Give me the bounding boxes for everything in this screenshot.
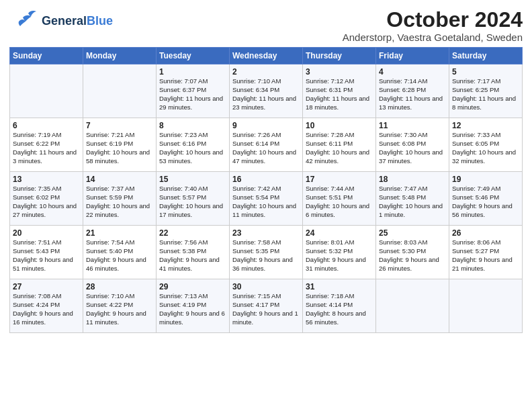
page-title: October 2024 (343, 8, 523, 32)
cell-info: Sunrise: 8:01 AMSunset: 5:32 PMDaylight:… (306, 238, 373, 273)
day-number: 28 (86, 282, 153, 291)
calendar-cell: 6Sunrise: 7:19 AMSunset: 6:22 PMDaylight… (10, 118, 83, 172)
cell-info: Sunrise: 7:08 AMSunset: 4:24 PMDaylight:… (13, 292, 80, 326)
cell-info: Sunrise: 7:13 AMSunset: 4:19 PMDaylight:… (159, 292, 226, 326)
cell-info: Sunrise: 7:56 AMSunset: 5:38 PMDaylight:… (159, 238, 226, 273)
cell-info: Sunrise: 7:26 AMSunset: 6:14 PMDaylight:… (232, 131, 300, 165)
day-number: 3 (306, 67, 373, 77)
day-number: 8 (159, 121, 226, 130)
calendar-cell: 1Sunrise: 7:07 AMSunset: 6:37 PMDaylight… (157, 64, 230, 118)
cell-info: Sunrise: 7:19 AMSunset: 6:22 PMDaylight:… (13, 131, 80, 165)
calendar-cell: 17Sunrise: 7:44 AMSunset: 5:51 PMDayligh… (303, 172, 376, 226)
calendar-week-row: 1Sunrise: 7:07 AMSunset: 6:37 PMDaylight… (10, 64, 523, 118)
calendar-cell (376, 279, 449, 333)
calendar-cell: 12Sunrise: 7:33 AMSunset: 6:05 PMDayligh… (449, 118, 523, 172)
weekday-header: Thursday (303, 48, 376, 64)
calendar-cell: 14Sunrise: 7:37 AMSunset: 5:59 PMDayligh… (83, 172, 157, 226)
day-number: 22 (159, 228, 226, 238)
cell-info: Sunrise: 7:54 AMSunset: 5:40 PMDaylight:… (86, 238, 153, 273)
calendar-cell: 11Sunrise: 7:30 AMSunset: 6:08 PMDayligh… (376, 118, 449, 172)
calendar-cell: 30Sunrise: 7:15 AMSunset: 4:17 PMDayligh… (230, 279, 303, 333)
cell-info: Sunrise: 7:30 AMSunset: 6:08 PMDaylight:… (379, 131, 446, 165)
day-number: 30 (232, 282, 300, 291)
day-number: 31 (306, 282, 373, 291)
calendar-cell: 5Sunrise: 7:17 AMSunset: 6:25 PMDaylight… (449, 64, 523, 118)
day-number: 12 (452, 121, 519, 130)
weekday-header: Friday (376, 48, 449, 64)
day-number: 4 (379, 67, 446, 77)
cell-info: Sunrise: 7:37 AMSunset: 5:59 PMDaylight:… (86, 185, 153, 219)
day-number: 19 (452, 175, 519, 184)
logo-blue: Blue (87, 14, 113, 28)
logo-wordmark: GeneralBlue (42, 15, 113, 27)
calendar-cell (10, 64, 83, 118)
calendar-week-row: 27Sunrise: 7:08 AMSunset: 4:24 PMDayligh… (10, 279, 523, 333)
day-number: 23 (232, 228, 300, 238)
calendar-cell: 19Sunrise: 7:49 AMSunset: 5:46 PMDayligh… (449, 172, 523, 226)
cell-info: Sunrise: 7:42 AMSunset: 5:54 PMDaylight:… (232, 185, 300, 219)
calendar-cell: 29Sunrise: 7:13 AMSunset: 4:19 PMDayligh… (157, 279, 230, 333)
cell-info: Sunrise: 7:33 AMSunset: 6:05 PMDaylight:… (452, 131, 519, 165)
day-number: 18 (379, 175, 446, 184)
calendar-cell: 20Sunrise: 7:51 AMSunset: 5:43 PMDayligh… (10, 226, 83, 279)
calendar-cell: 27Sunrise: 7:08 AMSunset: 4:24 PMDayligh… (10, 279, 83, 333)
weekday-header: Saturday (449, 48, 523, 64)
cell-info: Sunrise: 7:18 AMSunset: 4:14 PMDaylight:… (306, 292, 373, 326)
day-number: 10 (306, 121, 373, 130)
cell-info: Sunrise: 7:14 AMSunset: 6:28 PMDaylight:… (379, 77, 446, 111)
cell-info: Sunrise: 7:21 AMSunset: 6:19 PMDaylight:… (86, 131, 153, 165)
calendar-cell: 3Sunrise: 7:12 AMSunset: 6:31 PMDaylight… (303, 64, 376, 118)
page-subtitle: Anderstorp, Vaestra Goetaland, Sweden (343, 32, 523, 43)
title-block: October 2024 Anderstorp, Vaestra Goetala… (343, 8, 523, 43)
weekday-header: Wednesday (230, 48, 303, 64)
cell-info: Sunrise: 8:06 AMSunset: 5:27 PMDaylight:… (452, 238, 519, 273)
day-number: 9 (232, 121, 300, 130)
calendar-cell: 2Sunrise: 7:10 AMSunset: 6:34 PMDaylight… (230, 64, 303, 118)
day-number: 5 (452, 67, 519, 77)
cell-info: Sunrise: 7:44 AMSunset: 5:51 PMDaylight:… (306, 185, 373, 219)
day-number: 24 (306, 228, 373, 238)
cell-info: Sunrise: 7:28 AMSunset: 6:11 PMDaylight:… (306, 131, 373, 165)
day-number: 15 (159, 175, 226, 184)
calendar-cell: 7Sunrise: 7:21 AMSunset: 6:19 PMDaylight… (83, 118, 157, 172)
calendar-week-row: 6Sunrise: 7:19 AMSunset: 6:22 PMDaylight… (10, 118, 523, 172)
day-number: 11 (379, 121, 446, 130)
day-number: 27 (13, 282, 80, 291)
day-number: 7 (86, 121, 153, 130)
cell-info: Sunrise: 7:40 AMSunset: 5:57 PMDaylight:… (159, 185, 226, 219)
calendar-cell (83, 64, 157, 118)
cell-info: Sunrise: 7:10 AMSunset: 6:34 PMDaylight:… (232, 77, 300, 111)
logo-general: General (42, 14, 87, 28)
calendar-cell: 24Sunrise: 8:01 AMSunset: 5:32 PMDayligh… (303, 226, 376, 279)
calendar-cell: 4Sunrise: 7:14 AMSunset: 6:28 PMDaylight… (376, 64, 449, 118)
calendar-cell: 23Sunrise: 7:58 AMSunset: 5:35 PMDayligh… (230, 226, 303, 279)
calendar-cell: 18Sunrise: 7:47 AMSunset: 5:48 PMDayligh… (376, 172, 449, 226)
day-number: 21 (86, 228, 153, 238)
logo: GeneralBlue (9, 8, 113, 34)
calendar-cell: 26Sunrise: 8:06 AMSunset: 5:27 PMDayligh… (449, 226, 523, 279)
calendar-cell: 22Sunrise: 7:56 AMSunset: 5:38 PMDayligh… (157, 226, 230, 279)
logo-icon (9, 8, 39, 34)
cell-info: Sunrise: 7:23 AMSunset: 6:16 PMDaylight:… (159, 131, 226, 165)
calendar-week-row: 20Sunrise: 7:51 AMSunset: 5:43 PMDayligh… (10, 226, 523, 279)
cell-info: Sunrise: 7:49 AMSunset: 5:46 PMDaylight:… (452, 185, 519, 219)
weekday-header: Sunday (10, 48, 83, 64)
cell-info: Sunrise: 7:35 AMSunset: 6:02 PMDaylight:… (13, 185, 80, 219)
calendar-cell: 25Sunrise: 8:03 AMSunset: 5:30 PMDayligh… (376, 226, 449, 279)
calendar-cell: 15Sunrise: 7:40 AMSunset: 5:57 PMDayligh… (157, 172, 230, 226)
cell-info: Sunrise: 7:51 AMSunset: 5:43 PMDaylight:… (13, 238, 80, 273)
day-number: 20 (13, 228, 80, 238)
day-number: 14 (86, 175, 153, 184)
calendar-table: SundayMondayTuesdayWednesdayThursdayFrid… (9, 47, 523, 333)
cell-info: Sunrise: 7:07 AMSunset: 6:37 PMDaylight:… (159, 77, 226, 111)
cell-info: Sunrise: 7:58 AMSunset: 5:35 PMDaylight:… (232, 238, 300, 273)
calendar-cell: 31Sunrise: 7:18 AMSunset: 4:14 PMDayligh… (303, 279, 376, 333)
day-number: 29 (159, 282, 226, 291)
day-number: 13 (13, 175, 80, 184)
day-number: 16 (232, 175, 300, 184)
cell-info: Sunrise: 8:03 AMSunset: 5:30 PMDaylight:… (379, 238, 446, 273)
calendar-cell: 9Sunrise: 7:26 AMSunset: 6:14 PMDaylight… (230, 118, 303, 172)
page: GeneralBlue October 2024 Anderstorp, Vae… (0, 0, 532, 411)
calendar-cell: 8Sunrise: 7:23 AMSunset: 6:16 PMDaylight… (157, 118, 230, 172)
cell-info: Sunrise: 7:47 AMSunset: 5:48 PMDaylight:… (379, 185, 446, 219)
